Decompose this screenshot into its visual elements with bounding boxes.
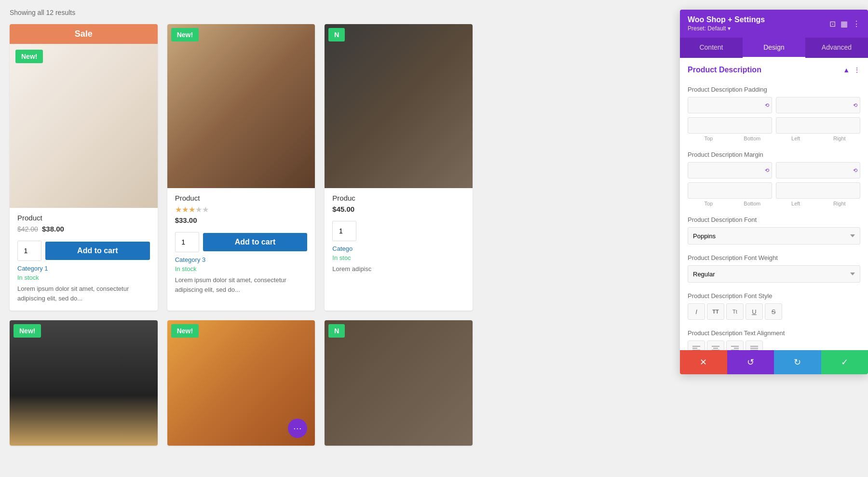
products-grid-bottom: New! New! ··· N — [10, 320, 473, 446]
product-image-wrapper: New! — [167, 24, 315, 188]
svg-rect-7 — [734, 348, 739, 349]
tab-content[interactable]: Content — [680, 38, 743, 58]
italic-button[interactable]: I — [688, 303, 705, 320]
margin-field-group: Product Description Margin ⟲ ⟲ Top — [688, 151, 860, 206]
linked-icon: ⟲ — [765, 102, 769, 109]
product-image-wrapper: N — [325, 24, 473, 188]
badge-new: New! — [15, 50, 43, 63]
margin-right-input[interactable] — [776, 182, 860, 199]
padding-top-wrapper: ⟲ — [688, 97, 772, 113]
quantity-input[interactable] — [332, 221, 356, 241]
collapse-icon[interactable]: ▲ — [843, 66, 850, 74]
add-to-cart-button[interactable]: Add to cart — [45, 242, 150, 260]
right-label: Right — [819, 136, 861, 141]
star-filled: ★★★ — [175, 205, 195, 214]
cancel-button[interactable]: ✕ — [680, 350, 727, 374]
product-image — [325, 320, 473, 446]
quantity-input[interactable] — [17, 241, 41, 261]
quantity-input[interactable] — [175, 232, 199, 252]
products-grid: Sale New! Product $42.00 $38.00 Add to c… — [10, 24, 473, 311]
font-weight-select[interactable]: Regular — [688, 265, 860, 283]
panel-tabs: Content Design Advanced — [680, 38, 868, 58]
svg-rect-1 — [692, 348, 697, 349]
product-name: Produc — [332, 194, 465, 202]
redo-button[interactable]: ↻ — [774, 350, 821, 374]
product-info: Product $42.00 $38.00 — [10, 208, 158, 233]
uppercase-button[interactable]: TT — [707, 303, 724, 320]
add-to-cart-button[interactable]: Add to cart — [203, 233, 308, 251]
more-options-icon[interactable]: ⋮ — [853, 19, 860, 28]
padding-field-group: Product Description Padding ⟲ ⟲ Top — [688, 86, 860, 141]
layout-icon[interactable]: ▦ — [841, 19, 848, 28]
responsive-icon[interactable]: ⊡ — [829, 19, 836, 28]
svg-rect-6 — [731, 346, 739, 347]
product-image-wrapper: New! — [10, 44, 158, 208]
strikethrough-button[interactable]: S — [765, 303, 782, 320]
in-stock-label: In stoc — [325, 254, 473, 261]
font-style-field-group: Product Description Font Style I TT Tt U… — [688, 292, 860, 320]
margin-left-input[interactable] — [688, 182, 772, 199]
margin-right-wrapper — [776, 182, 860, 199]
right-label: Right — [819, 201, 861, 206]
margin-top-wrapper: ⟲ — [688, 162, 772, 178]
font-style-buttons: I TT Tt U S — [688, 303, 860, 320]
settings-panel: Woo Shop + Settings Preset: Default ▾ ⊡ … — [680, 10, 868, 374]
category-link[interactable]: Catego — [325, 245, 473, 252]
product-price: $45.00 — [332, 205, 465, 213]
font-field-group: Product Description Font Poppins — [688, 216, 860, 245]
margin-inputs: ⟲ ⟲ — [688, 162, 860, 199]
badge-new: New! — [14, 324, 41, 338]
price-old: $42.00 — [17, 225, 38, 233]
panel-body: Product Description ▲ ⋮ Product Descript… — [680, 58, 868, 374]
font-weight-label: Product Description Font Weight — [688, 254, 860, 261]
cart-row — [325, 217, 473, 245]
in-stock-label: In stock — [167, 265, 315, 273]
category-link[interactable]: Category 3 — [167, 256, 315, 263]
panel-preset[interactable]: Preset: Default ▾ — [688, 25, 765, 32]
product-card-partial: N Produc $45.00 Catego In stoc Lorem adi… — [325, 24, 473, 311]
capitalize-button[interactable]: Tt — [726, 303, 744, 320]
tab-advanced[interactable]: Advanced — [805, 38, 868, 58]
font-weight-field-group: Product Description Font Weight Regular — [688, 254, 860, 283]
margin-spacing-labels: Top Bottom Left Right — [688, 201, 860, 206]
product-image — [167, 24, 315, 188]
font-select[interactable]: Poppins — [688, 227, 860, 245]
star-rating: ★★★★★ — [175, 205, 308, 214]
save-button[interactable]: ✓ — [821, 350, 868, 374]
product-description: Lorem ipsum dolor sit amet, consectetur … — [10, 284, 158, 303]
undo-button[interactable]: ↺ — [727, 350, 774, 374]
tab-design[interactable]: Design — [743, 38, 805, 58]
product-card-bottom: New! ··· — [167, 320, 315, 446]
left-label: Left — [775, 136, 817, 141]
linked-icon: ⟲ — [853, 167, 857, 174]
sale-banner: Sale — [10, 24, 158, 44]
badge-new: New! — [171, 324, 199, 338]
margin-top-input[interactable] — [688, 162, 772, 178]
padding-inputs: ⟲ ⟲ — [688, 97, 860, 134]
underline-button[interactable]: U — [746, 303, 763, 320]
padding-bottom-wrapper: ⟲ — [776, 97, 860, 113]
top-label: Top — [688, 136, 730, 141]
padding-bottom-input[interactable] — [776, 97, 860, 113]
spacing-labels: Top Bottom Left Right — [688, 136, 860, 141]
section-title: Product Description — [688, 66, 761, 74]
svg-rect-3 — [712, 346, 719, 347]
cart-row: Add to cart — [10, 237, 158, 265]
padding-left-input[interactable] — [688, 117, 772, 134]
svg-rect-9 — [750, 346, 758, 347]
margin-left-wrapper — [688, 182, 772, 199]
svg-rect-4 — [713, 348, 718, 349]
padding-right-input[interactable] — [776, 117, 860, 134]
padding-top-input[interactable] — [688, 97, 772, 113]
product-image — [325, 24, 473, 188]
section-header: Product Description ▲ ⋮ — [688, 66, 860, 78]
text-align-label: Product Description Text Alignment — [688, 329, 860, 337]
left-label: Left — [775, 201, 817, 206]
margin-bottom-input[interactable] — [776, 162, 860, 178]
price-new: $38.00 — [42, 225, 64, 233]
section-more-icon[interactable]: ⋮ — [854, 66, 860, 74]
category-link[interactable]: Category 1 — [10, 265, 158, 272]
price: $33.00 — [175, 216, 197, 224]
bottom-label: Bottom — [732, 201, 773, 206]
panel-header-info: Woo Shop + Settings Preset: Default ▾ — [688, 15, 765, 32]
